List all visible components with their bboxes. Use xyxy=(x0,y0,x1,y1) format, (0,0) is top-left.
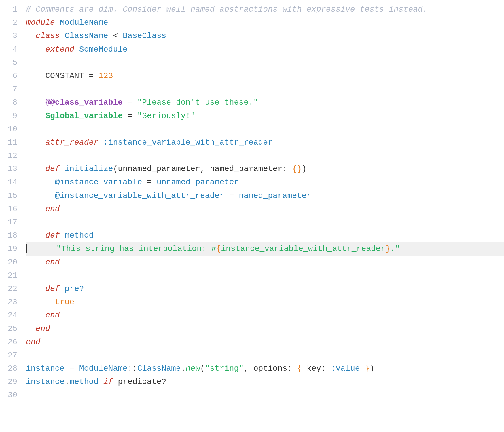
param-ref-1: unnamed_parameter xyxy=(157,176,239,189)
code-line-23: true xyxy=(26,295,504,309)
attr-reader-symbol: :instance_variable_with_attr_reader xyxy=(103,136,273,149)
string-val-1: "Please don't use these." xyxy=(137,96,258,109)
code-line-27 xyxy=(26,349,504,362)
code-line-29: instance.method if predicate? xyxy=(26,375,504,389)
keyword-module: module xyxy=(26,16,55,29)
code-line-20: end xyxy=(26,256,504,269)
code-line-25: end xyxy=(26,322,504,336)
symbol-value: :value xyxy=(331,362,360,375)
param-ref-2: named_parameter xyxy=(239,189,311,202)
code-line-13: def initialize(unnamed_parameter, named_… xyxy=(26,162,504,176)
method-pre: pre? xyxy=(65,282,84,295)
code-editor[interactable]: 1 2 3 4 5 6 7 8 9 10 11 12 13 14 15 16 1… xyxy=(0,0,504,432)
code-line-10 xyxy=(26,123,504,136)
end-keyword-2: end xyxy=(45,256,60,269)
code-line-22: def pre? xyxy=(26,282,504,295)
attr-reader-keyword: attr_reader xyxy=(45,136,98,149)
code-line-3: class ClassName < BaseClass xyxy=(26,29,504,43)
empty-hash: {} xyxy=(292,162,302,176)
code-line-14: @instance_variable = unnamed_parameter xyxy=(26,176,504,189)
comment-token: # Comments are dim. Consider well named … xyxy=(26,3,428,16)
string-start: "This string has interpolation: # xyxy=(56,242,216,255)
code-line-19: "This string has interpolation: #{instan… xyxy=(26,242,504,255)
new-method: new xyxy=(186,362,200,375)
hash-close: } xyxy=(365,362,370,375)
class-name: ClassName xyxy=(65,29,108,43)
class-ref: ClassName xyxy=(137,362,181,375)
interp-open: { xyxy=(216,242,221,255)
code-line-7 xyxy=(26,83,504,96)
string-val-2: "Seriously!" xyxy=(137,109,195,123)
code-line-12 xyxy=(26,149,504,162)
code-content[interactable]: # Comments are dim. Consider well named … xyxy=(23,3,504,429)
code-line-2: module ModuleName xyxy=(26,16,504,29)
code-line-26: end xyxy=(26,336,504,349)
code-line-16: end xyxy=(26,202,504,216)
keyword-extend: extend xyxy=(45,43,74,56)
end-keyword-3: end xyxy=(45,309,60,322)
code-line-24: end xyxy=(26,309,504,322)
global-variable: $global_variable xyxy=(45,109,123,123)
true-value: true xyxy=(55,295,74,309)
code-line-9: $global_variable = "Seriously!" xyxy=(26,109,504,123)
code-line-1: # Comments are dim. Consider well named … xyxy=(26,3,504,16)
param-named: named_parameter xyxy=(210,162,283,176)
keyword-def-init: def xyxy=(45,162,60,176)
cursor xyxy=(26,244,27,254)
line-numbers: 1 2 3 4 5 6 7 8 9 10 11 12 13 14 15 16 1… xyxy=(0,3,23,429)
ivar-assign-2: @instance_variable_with_attr_reader xyxy=(55,189,224,202)
keyword-if: if xyxy=(103,375,113,389)
string-arg: "string" xyxy=(205,362,244,375)
some-module: SomeModule xyxy=(79,43,128,56)
instance-var: instance xyxy=(26,362,65,375)
code-line-18: def method xyxy=(26,229,504,242)
ivar-assign-1: @instance_variable xyxy=(55,176,142,189)
param-unnamed: unnamed_parameter xyxy=(118,162,200,176)
code-line-4: extend SomeModule xyxy=(26,43,504,56)
method-name: method xyxy=(65,229,94,242)
constant-name: CONSTANT xyxy=(45,69,84,83)
code-line-6: CONSTANT = 123 xyxy=(26,69,504,83)
method-ref: method xyxy=(69,375,98,389)
end-keyword-5: end xyxy=(26,336,40,349)
hash-open: { xyxy=(297,362,302,375)
code-line-30 xyxy=(26,389,504,402)
module-name: ModuleName xyxy=(60,16,108,29)
interp-var: instance_variable_with_attr_reader xyxy=(221,242,385,255)
code-line-15: @instance_variable_with_attr_reader = na… xyxy=(26,189,504,202)
code-line-11: attr_reader :instance_variable_with_attr… xyxy=(26,136,504,149)
interp-close: } xyxy=(385,242,390,255)
keyword-def-pre: def xyxy=(45,282,60,295)
code-line-21 xyxy=(26,269,504,282)
string-end: ." xyxy=(390,242,400,255)
code-line-17 xyxy=(26,216,504,229)
module-ref: ModuleName xyxy=(79,362,128,375)
keyword-class: class xyxy=(36,29,60,43)
class-variable: @@class_variable xyxy=(45,96,123,109)
method-initialize: initialize xyxy=(65,162,113,176)
end-keyword-1: end xyxy=(45,202,60,216)
code-line-28: instance = ModuleName::ClassName.new("st… xyxy=(26,362,504,375)
base-class: BaseClass xyxy=(123,29,166,43)
number-value: 123 xyxy=(98,69,113,83)
instance-ref: instance xyxy=(26,375,65,389)
code-line-8: @@class_variable = "Please don't use the… xyxy=(26,96,504,109)
keyword-def-method: def xyxy=(45,229,60,242)
end-keyword-4: end xyxy=(36,322,50,336)
code-line-5 xyxy=(26,56,504,69)
